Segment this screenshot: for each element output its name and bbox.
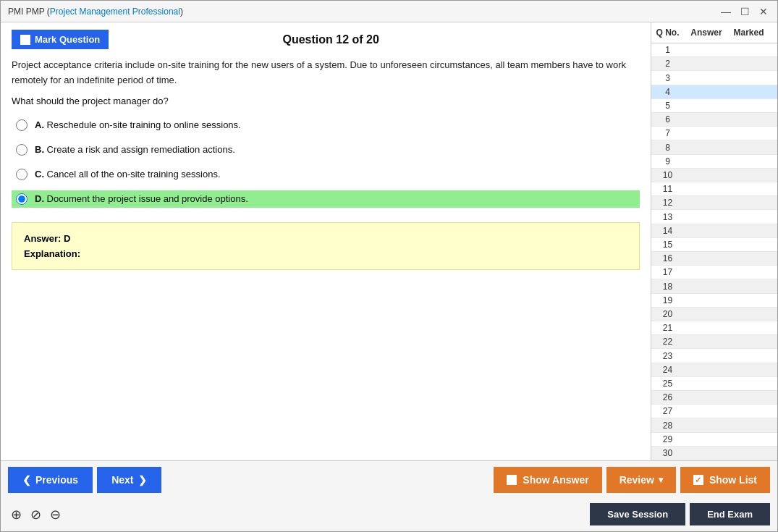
minimize-button[interactable]: —	[719, 5, 732, 18]
question-list-row[interactable]: 17	[651, 266, 777, 279]
q-num-cell: 13	[651, 212, 684, 222]
q-num-cell: 15	[651, 240, 684, 250]
chevron-left-icon	[22, 474, 31, 486]
question-list-row[interactable]: 22	[651, 335, 777, 349]
close-button[interactable]: ✕	[757, 5, 770, 18]
q-num-cell: 21	[651, 323, 684, 333]
q-num-cell: 20	[651, 309, 684, 319]
end-exam-button[interactable]: End Exam	[690, 503, 770, 525]
mark-icon	[20, 35, 30, 45]
show-answer-label: Show Answer	[523, 474, 588, 486]
q-num-cell: 11	[651, 184, 684, 194]
q-num-cell: 6	[651, 114, 684, 124]
q-num-cell: 5	[651, 101, 684, 111]
question-list-row[interactable]: 2	[651, 57, 777, 71]
radio-d[interactable]	[16, 193, 28, 205]
question-list-row[interactable]: 6	[651, 113, 777, 127]
mark-question-button[interactable]: Mark Question	[12, 30, 109, 49]
col-qno: Q No.	[651, 25, 684, 40]
q-num-cell: 12	[651, 198, 684, 208]
question-list-row[interactable]: 25	[651, 377, 777, 391]
question-list-row[interactable]: 23	[651, 349, 777, 363]
col-marked: Marked	[729, 25, 769, 40]
question-list-row[interactable]: 12	[651, 196, 777, 210]
question-list-row[interactable]: 10	[651, 169, 777, 182]
window-controls: — ☐ ✕	[719, 5, 770, 18]
q-num-cell: 9	[651, 156, 684, 166]
zoom-in-button[interactable]: ⊕	[8, 505, 25, 524]
save-session-label: Save Session	[607, 509, 668, 520]
question-list-row[interactable]: 24	[651, 363, 777, 377]
right-panel: Q No. Answer Marked 1 2 3 4 5 6	[651, 22, 777, 460]
question-list-row[interactable]: 16	[651, 252, 777, 266]
question-list-row[interactable]: 8	[651, 140, 777, 154]
question-list-row[interactable]: 9	[651, 155, 777, 169]
title-bar: PMI PMP (Project Management Professional…	[1, 1, 777, 22]
answer-box: Answer: D Explanation:	[12, 222, 640, 270]
title-highlight: Project Management Professional	[50, 7, 180, 17]
option-d[interactable]: D. Document the project issue and provid…	[12, 190, 640, 208]
question-list-row[interactable]: 30	[651, 447, 777, 460]
show-list-button[interactable]: ✓ Show List	[680, 467, 770, 493]
q-num-cell: 24	[651, 365, 684, 375]
option-b-text: B. Create a risk and assign remediation …	[35, 144, 235, 155]
question-list-row[interactable]: 14	[651, 224, 777, 238]
question-list-row[interactable]: 5	[651, 99, 777, 113]
question-list-row[interactable]: 28	[651, 418, 777, 432]
review-button[interactable]: Review ▾	[606, 467, 676, 493]
zoom-normal-button[interactable]: ⊘	[28, 505, 44, 524]
option-d-text: D. Document the project issue and provid…	[35, 193, 248, 204]
question-list-row[interactable]: 29	[651, 433, 777, 447]
question-list-row[interactable]: 26	[651, 391, 777, 405]
previous-label: Previous	[35, 474, 78, 486]
q-num-cell: 2	[651, 59, 684, 69]
mark-button-label: Mark Question	[35, 34, 100, 45]
sub-question: What should the project manager do?	[12, 96, 640, 106]
option-b[interactable]: B. Create a risk and assign remediation …	[12, 141, 640, 159]
question-list-row[interactable]: 7	[651, 127, 777, 140]
question-list-row[interactable]: 21	[651, 321, 777, 335]
question-list-row[interactable]: 19	[651, 294, 777, 308]
review-label: Review	[620, 474, 654, 486]
question-list-row[interactable]: 20	[651, 308, 777, 321]
maximize-button[interactable]: ☐	[738, 5, 751, 18]
question-list-row[interactable]: 11	[651, 182, 777, 196]
option-c-text: C. Cancel all of the on-site training se…	[35, 169, 221, 180]
bottom-right-buttons: Show Answer Review ▾ ✓ Show List	[494, 467, 770, 493]
end-exam-label: End Exam	[707, 509, 753, 520]
radio-a[interactable]	[16, 119, 28, 131]
question-list-row[interactable]: 15	[651, 238, 777, 252]
question-list-row[interactable]: 1	[651, 43, 777, 57]
show-list-label: Show List	[709, 474, 757, 486]
main-window: PMI PMP (Project Management Professional…	[0, 0, 778, 532]
q-num-cell: 23	[651, 351, 684, 361]
show-list-checkbox-icon: ✓	[693, 475, 703, 485]
bottom-actions-row: ⊕ ⊘ ⊖ Save Session End Exam	[1, 499, 777, 531]
question-list-row[interactable]: 27	[651, 405, 777, 418]
question-list-header: Q No. Answer Marked	[651, 22, 777, 43]
top-bar: Mark Question Question 12 of 20	[12, 30, 640, 49]
q-num-cell: 7	[651, 128, 684, 138]
show-answer-button[interactable]: Show Answer	[494, 467, 601, 493]
radio-b[interactable]	[16, 144, 28, 156]
option-c[interactable]: C. Cancel all of the on-site training se…	[12, 166, 640, 183]
q-num-cell: 19	[651, 295, 684, 305]
question-list-row[interactable]: 3	[651, 71, 777, 85]
answer-label: Answer: D	[24, 233, 627, 244]
chevron-right-icon	[138, 474, 147, 486]
save-session-button[interactable]: Save Session	[590, 503, 685, 525]
option-a[interactable]: A. Reschedule on-site training to online…	[12, 117, 640, 134]
next-button[interactable]: Next	[97, 467, 161, 493]
question-list-row[interactable]: 13	[651, 210, 777, 224]
q-num-cell: 22	[651, 337, 684, 347]
bottom-bar: Previous Next Show Answer Review ▾ ✓ Sho…	[1, 460, 777, 531]
q-num-cell: 16	[651, 253, 684, 263]
radio-c[interactable]	[16, 169, 28, 180]
question-list-row[interactable]: 4	[651, 85, 777, 99]
previous-button[interactable]: Previous	[8, 467, 93, 493]
question-list-row[interactable]: 18	[651, 279, 777, 293]
review-dropdown-icon: ▾	[659, 475, 663, 485]
zoom-out-button[interactable]: ⊖	[47, 505, 64, 524]
show-answer-checkbox-icon	[507, 475, 517, 485]
q-num-cell: 1	[651, 45, 684, 55]
